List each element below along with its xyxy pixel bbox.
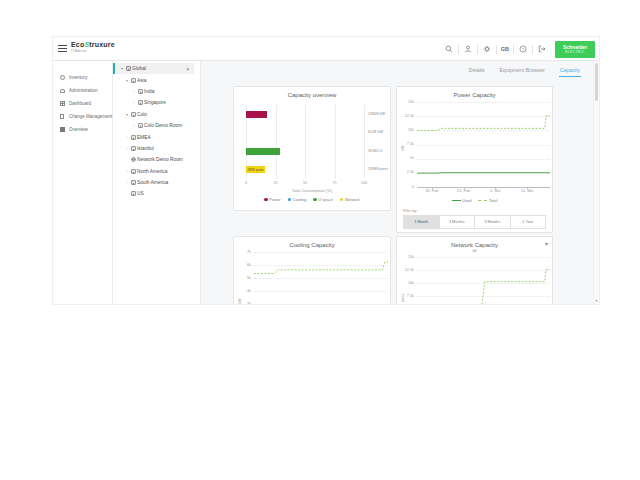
- building-icon: [130, 78, 136, 83]
- capacity-total-label: 6138 kW: [368, 130, 383, 134]
- building-icon: [130, 146, 136, 151]
- legend-label: Power: [269, 197, 280, 202]
- legend-dot: [313, 198, 317, 202]
- logout-icon[interactable]: [535, 42, 549, 56]
- chart-legend: PowerCoolingU spaceNetwork: [234, 197, 390, 202]
- scrollbar-thumb[interactable]: [595, 63, 598, 101]
- tree-item-label: South America: [137, 180, 168, 185]
- legend-dot: [340, 198, 344, 202]
- filter-button-1-month[interactable]: 1 Month: [404, 216, 440, 228]
- overview-icon: [59, 127, 65, 133]
- building-icon: [130, 112, 136, 117]
- divider: [458, 45, 459, 54]
- tree-item-south-america[interactable]: ›South America: [113, 177, 200, 188]
- tree-item-india[interactable]: ›India: [113, 86, 200, 97]
- sidebar-item-label: Dashboard: [69, 101, 91, 106]
- tab-capacity[interactable]: Capacity: [559, 64, 581, 77]
- settings-gear-icon[interactable]: [480, 42, 494, 56]
- sidebar-item-overview[interactable]: Overview: [53, 123, 112, 136]
- gridline: [335, 105, 336, 179]
- filter-button-3-months[interactable]: 3 Months: [440, 216, 476, 228]
- tree-item-north-america[interactable]: ›North America: [113, 166, 200, 177]
- svg-text:?: ?: [522, 47, 525, 52]
- tree-item-singapore[interactable]: ›Singapore: [113, 97, 200, 108]
- inventory-icon: [59, 75, 65, 81]
- bar-u-space: [246, 148, 280, 155]
- scroll-down-arrow[interactable]: ▾: [594, 298, 599, 303]
- divider: [532, 45, 533, 54]
- x-tick-label: 25: [268, 181, 284, 185]
- tree-item-global[interactable]: ▾Global▾: [113, 63, 194, 74]
- tabs: DetailsEquipment BrowserCapacity: [468, 64, 581, 77]
- tab-equipment-browser[interactable]: Equipment Browser: [499, 64, 546, 77]
- topbar-actions: GB ? Schneider ELECTRIC: [442, 37, 595, 61]
- legend-dot: [264, 198, 268, 202]
- building-icon: [137, 89, 143, 94]
- divider: [496, 45, 497, 54]
- tree-item-istanbul[interactable]: ›Istanbul: [113, 143, 200, 154]
- help-icon[interactable]: ?: [516, 42, 530, 56]
- sidebar-item-inventory[interactable]: Inventory: [53, 71, 112, 84]
- filter-button-1-year[interactable]: 1 Year: [511, 216, 546, 228]
- x-axis-title: Total Consumption (%): [234, 188, 390, 193]
- user-icon[interactable]: [461, 42, 475, 56]
- legend-item-total: Total: [478, 198, 497, 203]
- tree-item-colo[interactable]: ▾Colo: [113, 109, 200, 120]
- tree-item-label: US: [137, 191, 144, 196]
- location-tree: ▾Global▾▾Asia›India›Singapore▾Colo›Colo …: [113, 61, 201, 304]
- legend-label: Total: [489, 198, 497, 203]
- x-tick-label: 4. Mar: [483, 189, 507, 193]
- power_capacity-series: [397, 87, 552, 189]
- tree-item-colo-demo-room[interactable]: ›Colo Demo Room: [113, 120, 200, 131]
- capacity-total-label: 13808 kW: [368, 112, 385, 116]
- menu-icon[interactable]: [58, 45, 67, 53]
- tree-item-network-demo-room[interactable]: Network Demo Room: [113, 154, 200, 165]
- network_capacity-series: [397, 237, 552, 305]
- x-tick-label: 75: [327, 181, 343, 185]
- brand-title: EcoStruxure: [71, 41, 115, 48]
- series-total: [417, 270, 550, 306]
- bar-value-label: 2839 ports: [247, 168, 263, 172]
- sidebar-item-label: Inventory: [69, 75, 88, 80]
- x-tick-label: 18. Feb: [420, 189, 444, 193]
- capacity-total-label: 31965 U: [368, 149, 382, 153]
- tab-details[interactable]: Details: [468, 64, 486, 77]
- sidebar-item-change-management[interactable]: Change Management: [53, 110, 112, 123]
- gridline: [276, 105, 277, 179]
- tree-item-label: North America: [137, 169, 167, 174]
- filter-label: Filter by:: [403, 209, 546, 213]
- tree-item-label: India: [144, 89, 154, 94]
- sidebar-item-label: Change Management: [69, 114, 112, 119]
- gridline: [254, 304, 388, 305]
- bar-power: [246, 111, 267, 118]
- tree-item-asia[interactable]: ▾Asia: [113, 74, 200, 85]
- building-icon: [130, 191, 136, 196]
- legend-label: Cooling: [293, 197, 307, 202]
- x-tick-label: 50: [297, 181, 313, 185]
- legend-item-power: Power: [264, 197, 280, 202]
- gridline: [364, 105, 365, 179]
- tree-item-emea[interactable]: ›EMEA: [113, 131, 200, 142]
- legend-item-used: Used: [452, 198, 472, 203]
- search-icon[interactable]: [442, 42, 456, 56]
- topbar: EcoStruxure IT Advisor GB ?: [53, 37, 599, 61]
- building-icon: [130, 169, 136, 174]
- administration-icon: [59, 88, 65, 94]
- app-window: EcoStruxure IT Advisor GB ?: [52, 36, 600, 305]
- tree-item-us[interactable]: US: [113, 188, 200, 199]
- sidebar-item-dashboard[interactable]: Dashboard: [53, 97, 112, 110]
- vertical-scrollbar: ▾: [593, 61, 599, 304]
- x-tick-label: 25. Feb: [452, 189, 476, 193]
- filter-buttons: 1 Month3 Months6 Months1 Year: [403, 215, 546, 229]
- sidebar-item-label: Administration: [69, 88, 98, 93]
- legend-item-network: Network: [340, 197, 360, 202]
- tree-item-menu-caret-icon[interactable]: ▾: [186, 66, 189, 72]
- building-icon: [125, 66, 131, 71]
- sidebar-item-administration[interactable]: Administration: [53, 84, 112, 97]
- filter-button-6-months[interactable]: 6 Months: [475, 216, 511, 228]
- building-icon: [137, 100, 143, 105]
- language-button[interactable]: GB: [499, 46, 511, 52]
- sidebar-item-label: Overview: [69, 127, 88, 132]
- cooling_capacity-series: [234, 237, 390, 305]
- series-total: [417, 116, 550, 131]
